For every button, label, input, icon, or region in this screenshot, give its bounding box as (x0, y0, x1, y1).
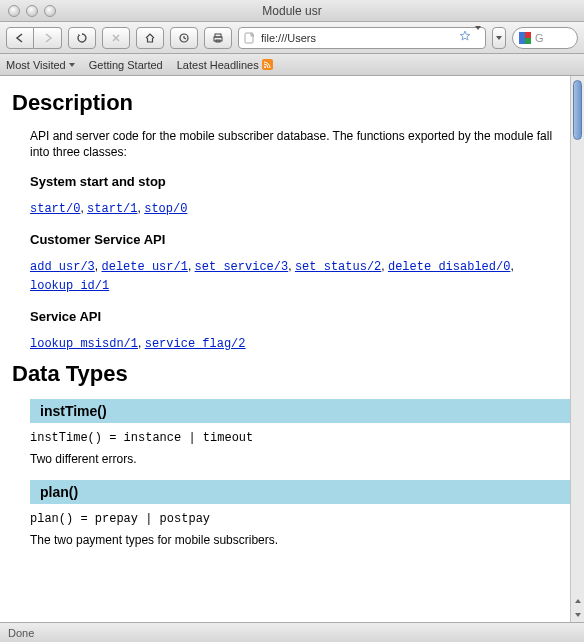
search-placeholder: G (535, 32, 544, 44)
subheading-service: Service API (30, 309, 570, 324)
link-fn[interactable]: start/0 (30, 202, 80, 216)
description-text: API and server code for the mobile subsc… (30, 128, 570, 160)
window-titlebar: Module usr (0, 0, 584, 22)
dropdown-icon[interactable] (475, 30, 481, 45)
links-service: lookup_msisdn/1, service_flag/2 (30, 334, 570, 353)
link-fn[interactable]: delete_usr/1 (101, 260, 187, 274)
minimize-window-button[interactable] (26, 5, 38, 17)
heading-description: Description (12, 90, 572, 116)
url-extra-button[interactable] (492, 27, 506, 49)
scroll-up-button[interactable] (571, 594, 584, 608)
status-bar: Done (0, 622, 584, 642)
svg-rect-5 (519, 32, 525, 44)
url-text: file:///Users (261, 32, 455, 44)
link-fn[interactable]: set_service/3 (195, 260, 289, 274)
chevron-down-icon (69, 63, 75, 67)
link-fn[interactable]: delete_disabled/0 (388, 260, 510, 274)
window-title: Module usr (0, 4, 584, 18)
svg-rect-6 (525, 32, 531, 38)
zoom-window-button[interactable] (44, 5, 56, 17)
back-button[interactable] (6, 27, 34, 49)
svg-point-8 (264, 66, 266, 68)
close-window-button[interactable] (8, 5, 20, 17)
google-icon (519, 32, 531, 44)
bookmarks-most-visited[interactable]: Most Visited (6, 59, 75, 71)
type-definition: plan() = prepay | postpay (30, 512, 570, 526)
link-fn[interactable]: stop/0 (144, 202, 187, 216)
home-button[interactable] (136, 27, 164, 49)
link-fn[interactable]: start/1 (87, 202, 137, 216)
browser-toolbar: file:///Users G (0, 22, 584, 54)
link-fn[interactable]: lookup_msisdn/1 (30, 337, 138, 351)
status-text: Done (8, 627, 34, 639)
heading-datatypes: Data Types (12, 361, 572, 387)
link-fn[interactable]: add_usr/3 (30, 260, 95, 274)
scrollbar-thumb[interactable] (573, 80, 582, 140)
print-button[interactable] (204, 27, 232, 49)
page-content: Description API and server code for the … (0, 76, 584, 572)
page-icon (243, 31, 257, 45)
vertical-scrollbar[interactable] (570, 76, 584, 622)
links-system: start/0, start/1, stop/0 (30, 199, 570, 218)
window-controls (8, 5, 56, 17)
nav-group (6, 27, 62, 49)
search-box[interactable]: G (512, 27, 578, 49)
subheading-system: System start and stop (30, 174, 570, 189)
bookmarks-label: Most Visited (6, 59, 66, 71)
type-description: The two payment types for mobile subscri… (30, 532, 570, 548)
stop-button[interactable] (102, 27, 130, 49)
history-button[interactable] (170, 27, 198, 49)
bookmarks-getting-started[interactable]: Getting Started (89, 59, 163, 71)
bookmark-star-icon[interactable] (459, 30, 471, 45)
page-viewport: Description API and server code for the … (0, 76, 584, 622)
bookmarks-label: Latest Headlines (177, 59, 259, 71)
type-heading: plan() (30, 480, 570, 504)
svg-rect-7 (525, 38, 531, 44)
link-fn[interactable]: service_flag/2 (145, 337, 246, 351)
type-definition: instTime() = instance | timeout (30, 431, 570, 445)
link-fn[interactable]: set_status/2 (295, 260, 381, 274)
scroll-down-button[interactable] (571, 608, 584, 622)
type-description: Two different errors. (30, 451, 570, 467)
link-fn[interactable]: lookup_id/1 (30, 279, 109, 293)
type-heading: instTime() (30, 399, 570, 423)
subheading-customer: Customer Service API (30, 232, 570, 247)
bookmarks-label: Getting Started (89, 59, 163, 71)
forward-button[interactable] (34, 27, 62, 49)
links-customer: add_usr/3, delete_usr/1, set_service/3, … (30, 257, 570, 295)
bookmarks-bar: Most Visited Getting Started Latest Head… (0, 54, 584, 76)
bookmarks-latest-headlines[interactable]: Latest Headlines (177, 59, 273, 71)
rss-icon (262, 59, 273, 70)
url-bar[interactable]: file:///Users (238, 27, 486, 49)
reload-button[interactable] (68, 27, 96, 49)
